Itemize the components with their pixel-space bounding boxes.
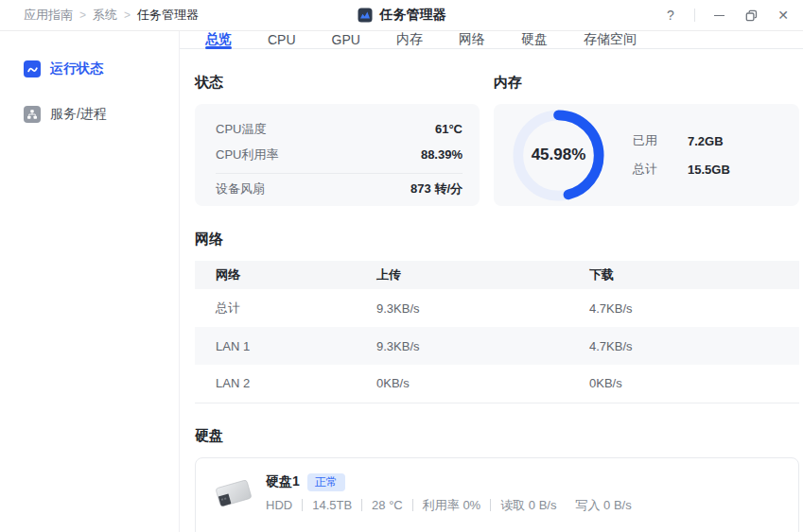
restore-icon[interactable] [742,7,759,24]
title-bar: 应用指南 > 系统 > 任务管理器 任务管理器 ? ✕ [0,0,803,31]
cpu-temp-row: CPU温度 61°C [216,116,463,142]
table-row-lan2: LAN 2 0KB/s 0KB/s [195,365,799,403]
memory-section-heading: 内存 [494,74,799,92]
cpu-temp-label: CPU温度 [216,121,266,138]
tab-overview[interactable]: 总览 [205,31,232,48]
memory-card: 45.98% 已用 7.2GB 总计 15.5GB [494,104,799,206]
hard-drive-icon [213,475,254,515]
download-value: 4.7KB/s [589,327,799,365]
tab-network[interactable]: 网络 [459,31,485,48]
close-icon[interactable]: ✕ [775,7,792,24]
network-name: 总计 [195,289,376,327]
memory-donut-chart: 45.98% [513,110,604,201]
table-row-lan1: LAN 1 9.3KB/s 4.7KB/s [195,327,799,365]
tab-gpu[interactable]: GPU [332,31,360,48]
breadcrumb-current-page: 任务管理器 [137,7,199,24]
status-divider [216,173,463,174]
table-row-total: 总计 9.3KB/s 4.7KB/s [195,289,799,327]
disk-read-speed: 读取 0 B/s [490,499,556,511]
help-icon[interactable]: ? [662,7,679,24]
disk-temperature: 28 °C [361,499,403,511]
network-section-heading: 网络 [195,231,799,249]
tab-storage-space[interactable]: 存储空间 [584,31,637,48]
disk-capacity: 14.5TB [302,499,352,511]
device-fan-label: 设备风扇 [216,180,265,197]
disk-info: 硬盘1 正常 HDD 14.5TB 28 °C 利用率 0% 读取 0 B/s … [266,473,632,511]
upload-value: 9.3KB/s [376,327,589,365]
network-name: LAN 1 [195,327,376,365]
breadcrumb-separator: > [124,9,131,22]
upload-value: 9.3KB/s [376,289,589,327]
memory-legend: 已用 7.2GB 总计 15.5GB [633,132,730,178]
tab-memory[interactable]: 内存 [396,31,423,48]
disk-write-speed: 写入 0 B/s [566,499,631,511]
download-value: 4.7KB/s [589,289,799,327]
memory-total-row: 总计 15.5GB [633,161,730,178]
breadcrumb-app-guide[interactable]: 应用指南 [24,7,73,24]
memory-used-value: 7.2GB [688,134,724,148]
upload-value: 0KB/s [376,365,589,403]
tab-bar: 总览 CPU GPU 内存 网络 硬盘 存储空间 [180,31,803,49]
memory-percent-label: 45.98% [513,110,604,201]
status-badge: 正常 [307,473,345,491]
device-fan-value: 873 转/分 [410,180,463,197]
memory-total-label: 总计 [633,161,688,178]
sidebar: 运行状态 服务/进程 [0,31,180,532]
device-fan-row: 设备风扇 873 转/分 [216,176,463,201]
download-value: 0KB/s [589,365,799,403]
window-title-text: 任务管理器 [380,7,446,24]
sidebar-item-label: 运行状态 [50,60,103,77]
status-section-heading: 状态 [195,74,480,92]
upload-col-header: 上传 [376,261,589,289]
disk-card: 硬盘1 正常 HDD 14.5TB 28 °C 利用率 0% 读取 0 B/s … [195,457,799,532]
tab-cpu[interactable]: CPU [268,31,296,48]
cpu-usage-row: CPU利用率 88.39% [216,142,463,167]
window-controls: ? ✕ [662,7,803,24]
breadcrumb-separator: > [79,9,86,22]
network-table: 网络 上传 下载 总计 9.3KB/s 4.7KB/s LAN 1 [195,261,799,403]
disk-type: HDD [266,499,292,511]
minimize-icon[interactable] [710,7,727,24]
sidebar-item-services-processes[interactable]: 服务/进程 [0,100,179,129]
disk-section-heading: 硬盘 [195,427,799,445]
cpu-usage-label: CPU利用率 [216,146,278,163]
network-col-header: 网络 [195,261,376,289]
network-name: LAN 2 [195,365,376,403]
breadcrumb: 应用指南 > 系统 > 任务管理器 [0,7,199,24]
status-card: CPU温度 61°C CPU利用率 88.39% 设备风扇 873 转/分 [195,104,480,206]
memory-total-value: 15.5GB [688,163,730,177]
memory-used-label: 已用 [633,132,688,149]
disk-specs: HDD 14.5TB 28 °C 利用率 0% 读取 0 B/s 写入 0 B/… [266,499,632,511]
controls-divider [694,9,695,22]
memory-used-row: 已用 7.2GB [633,132,730,149]
activity-icon [24,60,41,77]
cpu-usage-value: 88.39% [421,147,463,162]
download-col-header: 下载 [589,261,799,289]
cpu-temp-value: 61°C [435,122,463,136]
sidebar-item-running-status[interactable]: 运行状态 [0,55,179,83]
breadcrumb-system[interactable]: 系统 [93,7,117,24]
sidebar-item-label: 服务/进程 [50,106,107,123]
processes-icon [24,106,41,123]
tab-disk[interactable]: 硬盘 [521,31,548,48]
app-icon [358,8,373,23]
network-table-header: 网络 上传 下载 [195,261,799,289]
disk-name: 硬盘1 [266,473,300,490]
disk-usage: 利用率 0% [412,499,480,511]
